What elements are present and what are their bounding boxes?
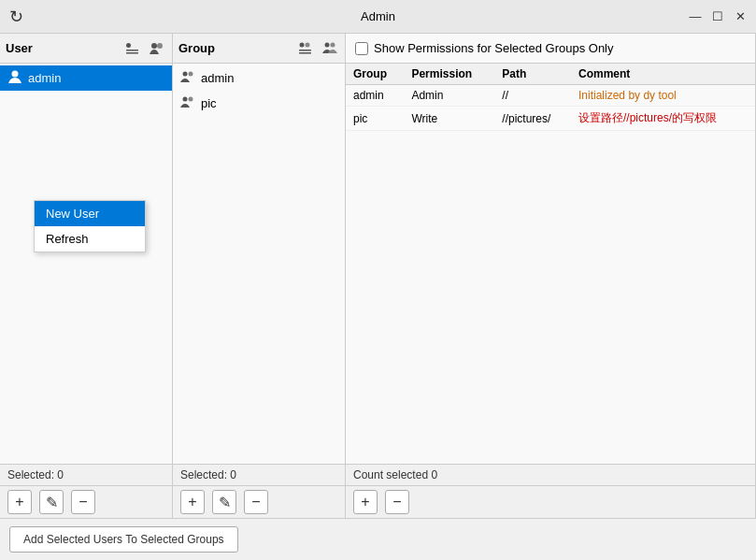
svg-point-10 <box>325 42 330 47</box>
refresh-menu-item[interactable]: Refresh <box>35 226 145 251</box>
group-item-name-admin: admin <box>201 71 234 85</box>
col-permission: Permission <box>404 64 494 85</box>
perm-remove-button[interactable]: − <box>385 490 409 514</box>
user-list-icon <box>124 40 141 57</box>
group-panel-header: Group <box>173 34 345 64</box>
minimize-button[interactable]: — <box>687 8 704 25</box>
svg-point-3 <box>151 43 157 49</box>
user-add-button[interactable]: + <box>7 490 32 514</box>
group-icon-2 <box>180 94 195 109</box>
svg-rect-9 <box>299 52 311 54</box>
group-edit-icon: ✎ <box>219 494 231 511</box>
svg-point-13 <box>189 72 193 77</box>
group-remove-button[interactable]: − <box>244 490 268 514</box>
group-remove-icon: − <box>251 494 260 510</box>
perm-comment-1: Initialized by dy tool <box>571 85 755 107</box>
add-icon: + <box>15 494 23 510</box>
col-comment: Comment <box>571 64 755 85</box>
group-list-icon <box>297 40 314 57</box>
main-content: User <box>0 34 756 464</box>
svg-point-12 <box>183 72 188 77</box>
status-row: Selected: 0 Selected: 0 Count selected 0 <box>0 464 756 485</box>
remove-icon: − <box>78 494 87 510</box>
user-item-admin[interactable]: admin <box>0 65 172 91</box>
user-group-icon <box>149 40 165 57</box>
group-add-icon: + <box>188 494 196 510</box>
group-item-name-pic: pic <box>201 96 217 110</box>
group-icon-right[interactable] <box>321 39 339 58</box>
close-button[interactable]: ✕ <box>732 8 749 25</box>
user-icon-right[interactable] <box>148 39 166 58</box>
user-panel: User <box>0 34 173 464</box>
svg-rect-0 <box>126 43 131 48</box>
user-panel-title: User <box>6 41 33 55</box>
action-row: + ✎ − + ✎ − + − <box>0 485 756 518</box>
edit-icon: ✎ <box>46 494 58 511</box>
permissions-table: Group Permission Path Comment admin Admi… <box>346 64 755 131</box>
col-group: Group <box>346 64 404 85</box>
perm-actions: + − <box>346 486 756 518</box>
user-remove-button[interactable]: − <box>71 490 95 514</box>
user-panel-icons <box>123 39 166 58</box>
perm-group-2: pic <box>346 107 404 131</box>
user-context-menu: New User Refresh <box>34 200 146 252</box>
user-edit-button[interactable]: ✎ <box>39 490 64 514</box>
svg-rect-8 <box>299 50 311 51</box>
group-panel-title: Group <box>178 41 215 55</box>
user-panel-header: User <box>0 34 172 64</box>
perm-count-selected: Count selected 0 <box>353 468 437 481</box>
group-item-icon-pic <box>180 94 195 112</box>
perm-comment-2: 设置路径//pictures/的写权限 <box>571 107 755 131</box>
permissions-panel: Show Permissions for Selected Groups Onl… <box>346 34 756 464</box>
bottom-bar: Add Selected Users To Selected Groups <box>0 518 756 560</box>
svg-point-15 <box>189 97 193 102</box>
svg-point-7 <box>306 42 310 47</box>
group-add-button[interactable]: + <box>180 490 205 514</box>
window-title: Admin <box>361 9 395 23</box>
user-list: admin <box>0 64 172 464</box>
group-edit-button[interactable]: ✎ <box>212 490 236 514</box>
perm-path-2: //pictures/ <box>494 107 571 131</box>
user-status: Selected: 0 <box>0 465 173 485</box>
perm-add-icon: + <box>361 494 369 510</box>
perm-path-1: // <box>494 85 571 107</box>
perm-status: Count selected 0 <box>346 465 756 485</box>
show-permissions-checkbox[interactable] <box>355 42 368 55</box>
user-icon-left[interactable] <box>123 39 142 58</box>
title-bar: Admin — ☐ ✕ <box>0 0 756 34</box>
maximize-button[interactable]: ☐ <box>709 8 726 25</box>
group-icon-left[interactable] <box>296 39 315 58</box>
perm-add-button[interactable]: + <box>353 490 378 514</box>
group-item-icon-admin <box>180 69 195 87</box>
user-actions: + ✎ − <box>0 486 173 518</box>
show-permissions-label: Show Permissions for Selected Groups Onl… <box>374 41 614 55</box>
group-item-pic[interactable]: pic <box>173 91 345 116</box>
user-item-icon <box>7 69 22 87</box>
refresh-button[interactable] <box>7 8 24 25</box>
group-expand-icon <box>321 40 338 57</box>
group-actions: + ✎ − <box>173 486 346 518</box>
group-item-admin[interactable]: admin <box>173 65 345 91</box>
table-row[interactable]: admin Admin // Initialized by dy tool <box>346 85 755 107</box>
permissions-top-bar: Show Permissions for Selected Groups Onl… <box>346 34 755 64</box>
user-item-name: admin <box>28 71 61 85</box>
group-status: Selected: 0 <box>173 465 346 485</box>
table-row[interactable]: pic Write //pictures/ 设置路径//pictures/的写权… <box>346 107 755 131</box>
user-selected-count: Selected: 0 <box>7 468 64 481</box>
svg-rect-1 <box>126 50 138 51</box>
group-list: admin pic <box>173 64 345 464</box>
add-selected-users-button[interactable]: Add Selected Users To Selected Groups <box>9 526 238 553</box>
group-selected-count: Selected: 0 <box>180 468 236 481</box>
person-icon <box>7 69 22 84</box>
svg-rect-2 <box>126 52 138 54</box>
svg-point-6 <box>300 42 305 47</box>
window-controls: — ☐ ✕ <box>687 8 749 25</box>
new-user-menu-item[interactable]: New User <box>35 201 145 226</box>
svg-point-4 <box>157 43 163 49</box>
perm-group-1: admin <box>346 85 404 107</box>
perm-permission-2: Write <box>404 107 494 131</box>
refresh-icon <box>9 7 23 27</box>
svg-point-11 <box>331 42 335 47</box>
perm-permission-1: Admin <box>404 85 494 107</box>
svg-point-5 <box>12 71 19 78</box>
